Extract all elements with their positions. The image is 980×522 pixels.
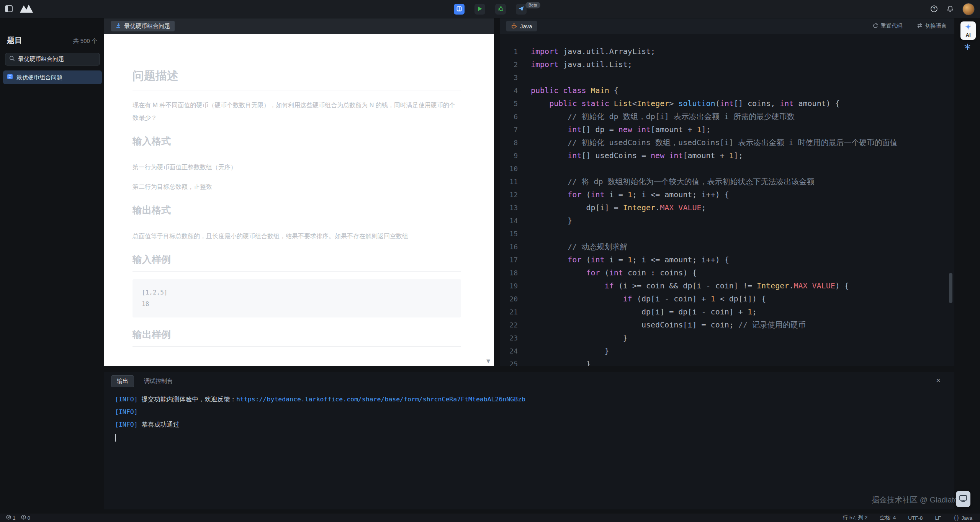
code-line[interactable]: 6 // 初始化 dp 数组，dp[i] 表示凑出金额 i 所需的最少硬币数 <box>500 110 954 123</box>
console-caret[interactable] <box>115 434 116 442</box>
problems-indicator[interactable]: 1 <box>6 515 16 521</box>
log-level-tag: [INFO] <box>115 396 138 403</box>
submit-button[interactable] <box>516 4 527 15</box>
log-level-tag: [INFO] <box>115 421 138 428</box>
code-line[interactable]: 4public class Main { <box>500 84 954 97</box>
code-line[interactable]: 11 // 将 dp 数组初始化为一个较大的值，表示初始状态下无法凑出该金额 <box>500 175 954 188</box>
line-number: 25 <box>500 358 531 366</box>
code-line[interactable]: 19 if (i >= coin && dp[i - coin] != Inte… <box>500 280 954 293</box>
community-watermark: 掘金技术社区 @ Gladiator1 <box>872 495 965 505</box>
warnings-indicator[interactable]: 0 <box>21 515 31 521</box>
sidebar-toggle-button[interactable] <box>5 5 13 14</box>
code-line[interactable]: 20 if (dp[i - coin] + 1 < dp[i]) { <box>500 293 954 306</box>
warning-icon <box>21 515 26 521</box>
search-icon <box>9 56 15 63</box>
code-line[interactable]: 15 <box>500 227 954 241</box>
code-text: if (dp[i - coin] + 1 < dp[i]) { <box>531 294 766 303</box>
code-line[interactable]: 23 } <box>500 332 954 345</box>
reset-code-button[interactable]: 重置代码 <box>873 23 902 29</box>
help-icon: ? <box>930 5 938 14</box>
code-line[interactable]: 10 <box>500 162 954 175</box>
code-line[interactable]: 14 } <box>500 214 954 227</box>
notifications-button[interactable] <box>946 5 954 14</box>
problem-description: 问题描述现在有 M 种不同面值的硬币（硬币个数数目无限），如何利用这些硬币组合为… <box>104 34 494 366</box>
help-button[interactable]: ? <box>930 5 938 14</box>
search-box[interactable] <box>5 53 100 65</box>
console-line: [INFO] 提交功能内测体验中，欢迎反馈：https://bytedance.… <box>115 393 954 406</box>
section-heading: 输入格式 <box>133 135 461 153</box>
statusbar-item[interactable]: 空格: 4 <box>880 514 896 521</box>
paper-plane-icon <box>518 6 524 13</box>
marscode-logo <box>19 3 34 15</box>
code-text: // 初始化 usedCoins 数组，usedCoins[i] 表示凑出金额 … <box>531 138 898 147</box>
editor-scrollbar[interactable] <box>949 273 952 303</box>
statusbar: 1 0 行 57, 列 2空格: 4UTF-8LF {}Java <box>0 514 980 522</box>
line-number: 18 <box>500 267 531 279</box>
code-text: dp[i] = Integer.MAX_VALUE; <box>531 203 706 212</box>
search-input[interactable] <box>18 56 96 62</box>
editor-panel: Java 重置代码 切换语言 1import java.util.Arra <box>500 18 954 366</box>
language-tab[interactable]: Java <box>506 21 537 31</box>
code-text: } <box>531 333 628 342</box>
problem-tab[interactable]: 最优硬币组合问题 <box>111 21 175 31</box>
sidebar-title: 题目 <box>7 35 22 46</box>
line-number: 22 <box>500 319 531 331</box>
widget-icon[interactable] <box>964 43 971 52</box>
console-tab-debug[interactable]: 调试控制台 <box>144 378 173 385</box>
avatar[interactable] <box>962 3 975 15</box>
code-line[interactable]: 25 } <box>500 358 954 366</box>
code-line[interactable]: 8 // 初始化 usedCoins 数组，usedCoins[i] 表示凑出金… <box>500 136 954 149</box>
code-text: public static List<Integer> solution(int… <box>531 99 840 108</box>
statusbar-item[interactable]: UTF-8 <box>908 515 923 521</box>
code-text: import java.util.ArrayList; <box>531 47 655 56</box>
topbar: Beta ? <box>0 0 980 18</box>
sidebar-item-problem[interactable]: 最优硬币组合问题 <box>3 70 102 84</box>
code-line[interactable]: 3 <box>500 71 954 84</box>
code-line[interactable]: 12 for (int i = 1; i <= amount; i++) { <box>500 188 954 201</box>
line-number: 24 <box>500 345 531 357</box>
code-line[interactable]: 18 for (int coin : coins) { <box>500 267 954 280</box>
console-panel: 输出调试控制台× [INFO] 提交功能内测体验中，欢迎反馈：https://b… <box>104 372 954 509</box>
code-line[interactable]: 16 // 动态规划求解 <box>500 241 954 254</box>
scroll-down-icon[interactable]: ▼ <box>486 358 490 364</box>
statusbar-language[interactable]: {}Java <box>953 515 972 521</box>
line-number: 12 <box>500 188 531 201</box>
code-line[interactable]: 5 public static List<Integer> solution(i… <box>500 97 954 110</box>
error-icon <box>6 515 11 521</box>
code-line[interactable]: 24 } <box>500 345 954 358</box>
code-line[interactable]: 17 for (int i = 1; i <= amount; i++) { <box>500 254 954 267</box>
warning-count: 0 <box>28 515 31 521</box>
run-toolbar: Beta <box>454 4 527 15</box>
problem-tab-icon <box>116 23 121 29</box>
switch-language-button[interactable]: 切换语言 <box>917 23 947 29</box>
sidebar-toggle-icon <box>5 5 13 14</box>
line-number: 8 <box>500 136 531 149</box>
statusbar-item[interactable]: 行 57, 列 2 <box>843 514 868 521</box>
layout-button[interactable] <box>454 4 465 15</box>
statusbar-item[interactable]: LF <box>935 515 941 521</box>
line-number: 9 <box>500 149 531 162</box>
code-line[interactable]: 7 int[] dp = new int[amount + 1]; <box>500 123 954 136</box>
run-button[interactable] <box>474 4 485 15</box>
debug-button[interactable] <box>495 4 506 15</box>
console-close-button[interactable]: × <box>936 376 941 385</box>
code-line[interactable]: 2import java.util.List; <box>500 58 954 71</box>
beta-badge: Beta <box>525 2 540 8</box>
code-text: for (int i = 1; i <= amount; i++) { <box>531 190 729 199</box>
language-tab-label: Java <box>520 23 532 29</box>
code-line[interactable]: 1import java.util.ArrayList; <box>500 45 954 58</box>
ai-assistant-button[interactable]: AI <box>960 21 976 40</box>
code-line[interactable]: 22 usedCoins[i] = coin; // 记录使用的硬币 <box>500 319 954 332</box>
code-line[interactable]: 13 dp[i] = Integer.MAX_VALUE; <box>500 201 954 214</box>
section-paragraph: 现在有 M 种不同面值的硬币（硬币个数数目无限），如何利用这些硬币组合为总数额为… <box>133 99 461 124</box>
code-editor[interactable]: 1import java.util.ArrayList;2import java… <box>500 34 954 366</box>
line-number: 3 <box>500 71 531 84</box>
code-line[interactable]: 21 dp[i] = dp[i - coin] + 1; <box>500 306 954 319</box>
console-tab-output[interactable]: 输出 <box>111 375 134 387</box>
feedback-link[interactable]: https://bytedance.larkoffice.com/share/b… <box>236 396 525 403</box>
line-number: 15 <box>500 227 531 240</box>
line-number: 4 <box>500 84 531 97</box>
code-line[interactable]: 9 int[] usedCoins = new int[amount + 1]; <box>500 149 954 162</box>
svg-text:?: ? <box>933 7 935 11</box>
problem-item-icon <box>7 74 13 81</box>
